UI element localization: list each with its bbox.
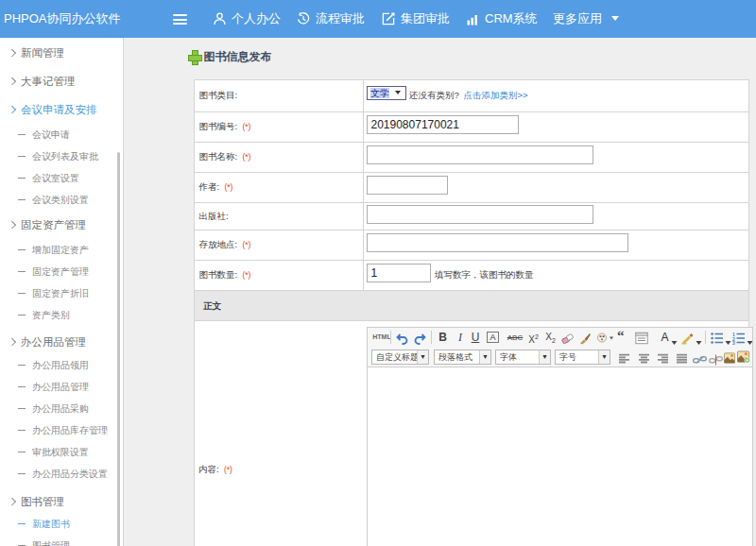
svg-text:3: 3 <box>732 340 735 346</box>
